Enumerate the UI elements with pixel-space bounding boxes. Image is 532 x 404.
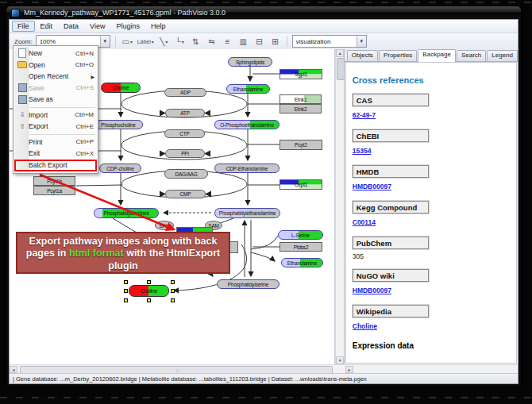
selection-handle[interactable]: [171, 298, 175, 302]
selection-handle[interactable]: [147, 280, 151, 284]
node-choline-bottom[interactable]: Choline: [129, 285, 169, 297]
file-menu-item-save-as[interactable]: Save as: [14, 94, 97, 106]
connector-tool-icon[interactable]: └▾: [173, 34, 187, 48]
node-phosphatidylcholines[interactable]: Phosphatidylcholines: [94, 208, 159, 218]
menu-item-label: Export: [29, 122, 76, 130]
file-menu-item-export[interactable]: ⇧ExportCtrl+E: [14, 121, 97, 133]
file-menu-item-save[interactable]: SaveCtrl+S: [14, 83, 97, 94]
label-tool-button[interactable]: Label▾: [137, 34, 155, 48]
backpage-panel[interactable]: Cross references CAS62-49-7ChEBI15354HMD…: [345, 62, 517, 364]
tab-backpage[interactable]: Backpage: [418, 49, 456, 62]
selection-handle[interactable]: [124, 289, 128, 293]
zoom-dropdown-icon[interactable]: ▼: [100, 36, 110, 47]
new-datanode-icon-dropdown[interactable]: ▾: [130, 39, 133, 44]
tab-objects[interactable]: Objects: [347, 50, 378, 61]
node-phosphatidylethanolamine[interactable]: Phosphatidylethanolamine: [214, 208, 280, 218]
title-bar[interactable]: Mm_Kennedy_pathway_WP1771_45176.gpml - P…: [6, 6, 521, 19]
node-o-phosphoethanolamine[interactable]: O-Phosphoethanolamine: [214, 120, 279, 129]
common-width-icon[interactable]: ⊟: [253, 34, 266, 48]
node-choline-top[interactable]: Choline: [101, 83, 141, 93]
node-dag-aag[interactable]: DAG/AAG: [164, 169, 208, 179]
label-tool-button-dropdown[interactable]: ▾: [152, 39, 154, 44]
node-pcyt2[interactable]: Pcyt2: [279, 140, 322, 150]
xref-value-kegg-compound[interactable]: C00114: [353, 218, 376, 226]
common-height-icon[interactable]: ⊞: [268, 34, 282, 48]
xref-value-hmdb[interactable]: HMDB00097: [353, 183, 391, 190]
visualization-combobox[interactable]: visualization ▼: [292, 35, 367, 48]
visualization-value: visualization: [293, 38, 357, 45]
menu-data[interactable]: Data: [58, 21, 84, 32]
selection-handle[interactable]: [124, 298, 128, 302]
node-phosphocholine[interactable]: Phosphocholine: [94, 120, 143, 129]
file-menu-item-exit[interactable]: ExitCtrl+X: [14, 148, 97, 160]
node-ctp[interactable]: CTP: [164, 129, 205, 138]
menu-edit[interactable]: Edit: [35, 21, 59, 32]
align-vertical-icon[interactable]: ⇅: [189, 34, 202, 48]
node-cdp-ethanolamine[interactable]: CDP-Ethanolamine: [214, 164, 279, 173]
xref-header-wikipedia: Wikipedia: [353, 305, 429, 317]
file-menu-item-open[interactable]: OpenCtrl+O: [14, 60, 97, 71]
stack-columns-icon[interactable]: ▥: [237, 34, 250, 48]
line-tool-icon-dropdown[interactable]: ▾: [165, 39, 168, 44]
node-sphingolipids[interactable]: Sphingolipids: [228, 57, 272, 67]
node-ethanolamine-bottom[interactable]: Ethanolamine: [281, 258, 323, 267]
node-etnk2[interactable]: Etnk2: [279, 104, 322, 114]
selection-handle[interactable]: [124, 280, 128, 284]
node-ppi[interactable]: PPi: [165, 149, 205, 158]
node-cmp[interactable]: CMP: [165, 190, 206, 198]
menu-plugins[interactable]: Plugins: [110, 21, 145, 32]
xref-value-wikipedia[interactable]: Choline: [353, 322, 377, 330]
node-pcyt1a[interactable]: Pcyt1a: [33, 186, 75, 195]
menu-view[interactable]: View: [84, 21, 110, 32]
node-cept1[interactable]: Cept1: [279, 179, 322, 190]
selection-handle[interactable]: [171, 280, 175, 284]
xref-value-chebi[interactable]: 15354: [353, 147, 372, 155]
xref-value-nugo-wiki[interactable]: HMDB00097: [353, 287, 391, 294]
menu-help[interactable]: Help: [145, 21, 172, 32]
node-etnk1[interactable]: Etnk1: [279, 94, 322, 104]
node-sgpl1[interactable]: Sgpl1: [279, 69, 322, 79]
xref-header-cas: CAS: [353, 94, 429, 106]
scroll-down-icon[interactable]: ▼: [336, 356, 344, 364]
selection-handle[interactable]: [147, 298, 151, 302]
expression-data-heading: Expression data: [353, 341, 516, 350]
menu-item-label: Import: [29, 111, 75, 119]
desktop-dash-top: [0, 2, 532, 3]
visualization-dropdown-icon[interactable]: ▼: [357, 36, 366, 47]
file-menu-item-print[interactable]: PrintCtrl+P: [14, 137, 97, 148]
node-pcyt1b[interactable]: Pcyt1b: [33, 176, 75, 186]
node-ethanolamine-top[interactable]: Ethanolamine: [226, 84, 270, 94]
open-folder-icon: [16, 61, 29, 68]
node-adp[interactable]: ADP: [164, 88, 206, 97]
node-atp[interactable]: ATP: [165, 109, 205, 117]
annotation-callout: Export pathway images along with back pa…: [16, 232, 230, 274]
align-horizontal-icon[interactable]: ⇋: [205, 34, 218, 48]
selection-handle[interactable]: [171, 289, 175, 293]
stack-rows-icon[interactable]: ≡: [221, 34, 234, 48]
node-phosphatidylserine[interactable]: Phosphatidylserine: [217, 279, 279, 289]
node-cdp-choline[interactable]: CDP-choline: [99, 164, 141, 173]
line-tool-icon[interactable]: ╲▾: [157, 34, 171, 48]
node-ptdss2[interactable]: Ptdss2: [279, 242, 322, 252]
file-menu-item-batch-export[interactable]: Batch Export: [14, 160, 97, 171]
connector-tool-icon-dropdown[interactable]: ▾: [182, 39, 184, 44]
window-body: FileEditDataViewPluginsHelp Zoom: 100% ▼…: [9, 19, 519, 384]
new-datanode-icon[interactable]: ▭▾: [121, 34, 134, 48]
scroll-left-icon[interactable]: ◄: [10, 366, 17, 373]
file-menu-item-open-recent[interactable]: Open Recent▶: [14, 71, 97, 83]
tab-legend[interactable]: Legend: [487, 50, 518, 61]
scroll-up-icon[interactable]: ▲: [336, 49, 344, 57]
tab-search[interactable]: Search: [457, 50, 486, 61]
file-menu-item-new[interactable]: NewCtrl+N: [14, 48, 97, 60]
node-sah[interactable]: SAH: [155, 221, 174, 230]
node-l-serine[interactable]: L-Serine: [278, 230, 323, 240]
zoom-label: Zoom:: [14, 38, 33, 45]
vertical-scroll-thumb[interactable]: [337, 58, 345, 80]
menu-file[interactable]: File: [12, 21, 35, 32]
file-menu-item-import[interactable]: ⇩ImportCtrl+M: [14, 110, 97, 121]
xref-value-cas[interactable]: 62-49-7: [353, 111, 376, 119]
vertical-scrollbar[interactable]: ▲ ▼: [335, 49, 343, 364]
scroll-right-icon[interactable]: ►: [345, 366, 353, 373]
save-icon: [16, 83, 29, 92]
tab-properties[interactable]: Properties: [379, 50, 417, 61]
